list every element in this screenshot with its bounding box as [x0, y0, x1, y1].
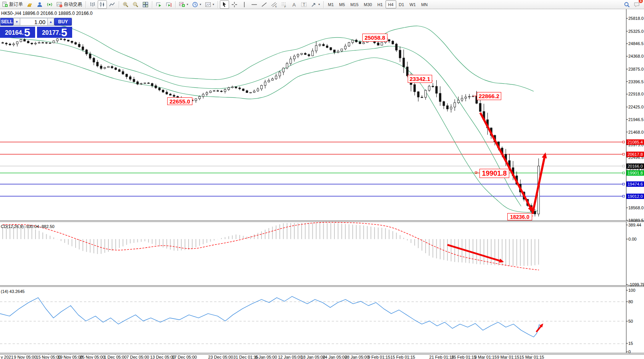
time-label: 19 Nov 05:00	[58, 355, 82, 359]
chat-button[interactable]: 1	[632, 0, 641, 9]
search-button[interactable]	[622, 0, 631, 9]
gold-bar-button[interactable]	[25, 0, 34, 9]
channel-button[interactable]: E	[270, 0, 279, 9]
trendline-button[interactable]	[260, 0, 269, 9]
price-tick: 25325.0	[628, 29, 644, 34]
cursor-button[interactable]	[220, 0, 229, 9]
vertical-line-icon	[241, 2, 247, 8]
time-label: 25 Nov 05:00	[80, 355, 105, 359]
templates-icon	[205, 2, 211, 8]
chart-canvas[interactable]	[0, 0, 644, 359]
zoom-in-icon	[123, 2, 129, 8]
text-button[interactable]: A	[289, 0, 299, 9]
volume-field[interactable]: 1.00	[20, 18, 47, 26]
price-tag: 19474.6	[626, 181, 644, 187]
buy-price[interactable]: 20177.5	[37, 27, 72, 38]
community-button[interactable]	[35, 0, 44, 9]
price-tick: 21946.5	[628, 117, 644, 122]
timeframe-M5[interactable]: M5	[336, 0, 347, 8]
buy-button[interactable]: BUY	[54, 18, 72, 26]
pane-separator-macd[interactable]	[0, 220, 644, 222]
zoom-out-icon	[132, 2, 139, 8]
pane-separator-bottom	[0, 353, 644, 354]
svg-text:F: F	[284, 5, 286, 8]
trendline-icon	[261, 2, 267, 8]
chart-annotation[interactable]: 22655.0	[167, 97, 192, 105]
new-order-label: 新订单	[9, 1, 23, 8]
periods-icon	[192, 2, 198, 8]
templates-dropdown-caret[interactable]: ▾	[213, 3, 214, 6]
auto-scroll-icon	[156, 2, 162, 8]
text-icon: A	[291, 2, 297, 8]
timeframe-MN[interactable]: MN	[418, 0, 430, 8]
community-icon	[37, 2, 43, 8]
time-label: 6 Jan 05:00	[255, 355, 277, 359]
tile-windows-icon	[142, 2, 148, 8]
price-tick: 22918.0	[628, 92, 644, 96]
horizontal-line-button[interactable]	[250, 0, 259, 9]
templates-button[interactable]: ▾	[203, 0, 216, 9]
rsi-label: (14) 43.2645	[1, 289, 24, 294]
vertical-line-button[interactable]	[240, 0, 249, 9]
line-chart-button[interactable]	[108, 0, 117, 9]
cursor-icon	[221, 2, 228, 8]
timeframe-M15[interactable]: M15	[348, 0, 361, 8]
zoom-in-button[interactable]	[121, 0, 130, 9]
volume-increase-button[interactable]: ▲	[47, 18, 54, 26]
timeframe-M30[interactable]: M30	[361, 0, 374, 8]
line-chart-icon	[109, 2, 115, 8]
timeframe-M1[interactable]: M1	[325, 0, 336, 8]
rsi-axis-label: 15	[628, 341, 633, 346]
candlestick-chart-button[interactable]	[98, 0, 107, 9]
periods-button[interactable]: ▾	[190, 0, 203, 9]
timeframe-W1[interactable]: W1	[407, 0, 419, 8]
fibonacci-icon: F	[281, 2, 287, 8]
candlestick-chart-icon	[99, 2, 105, 8]
time-label: 18 Jan 05:00	[301, 355, 325, 359]
periods-dropdown-caret[interactable]: ▾	[200, 3, 201, 6]
timeframe-H1[interactable]: H1	[374, 0, 385, 8]
chart-annotation[interactable]: 25058.8	[362, 34, 387, 42]
time-label: 9 Nov 05:00	[14, 355, 36, 359]
time-label: 15 Feb 01:15	[391, 355, 415, 359]
rsi-axis-label: 100	[628, 288, 635, 293]
time-label: 13 Dec 05:00	[150, 355, 175, 359]
timeframe-H4[interactable]: H4	[386, 0, 396, 8]
price-tick: 24368.0	[628, 54, 644, 58]
chart-annotation[interactable]: 18236.0	[507, 213, 532, 220]
auto-scroll-button[interactable]	[154, 0, 163, 9]
pane-separator-rsi[interactable]	[0, 285, 644, 287]
new-order-button[interactable]: 新订单	[0, 0, 24, 9]
chart-annotation[interactable]: 22866.2	[477, 92, 501, 100]
indicators-button[interactable]: ▾	[178, 0, 190, 9]
autotrade-button[interactable]: 自动交易	[55, 0, 84, 9]
time-label: 23 Dec 05:00	[208, 355, 233, 359]
macd-axis-label: 389.44	[628, 223, 641, 227]
one-click-trade-panel: SELL ▼ 1.00 ▲ BUY 20164.5 20177.5	[0, 17, 72, 38]
volume-decrease-button[interactable]: ▼	[13, 18, 20, 26]
fibonacci-button[interactable]: F	[279, 0, 289, 9]
sell-button[interactable]: SELL	[0, 18, 13, 26]
time-label: v 2021	[1, 355, 13, 359]
horizontal-line-icon	[251, 2, 257, 8]
shapes-button[interactable]: ▾	[309, 0, 321, 9]
time-label: 28 Jan 05:00	[345, 355, 369, 359]
chart-annotation[interactable]: 19901.8	[479, 169, 509, 178]
macd-axis-label: 0.00	[628, 237, 636, 241]
chart-shift-button[interactable]	[164, 0, 173, 9]
sell-price[interactable]: 20164.5	[0, 27, 35, 38]
svg-text:T: T	[303, 2, 305, 7]
tile-windows-button[interactable]	[141, 0, 150, 9]
timeframe-D1[interactable]: D1	[396, 0, 407, 8]
indicators-dropdown-caret[interactable]: ▾	[187, 3, 188, 6]
chart-annotation[interactable]: 23342.1	[408, 75, 432, 83]
chart-title: HK50-,H4 18896.0 20166.0 18885.0 20166.0	[1, 11, 93, 16]
text-label-button[interactable]: T	[299, 0, 308, 9]
shapes-dropdown-caret[interactable]: ▾	[318, 3, 320, 6]
crosshair-button[interactable]	[230, 0, 239, 9]
macd-axis-label: -1099.78	[628, 282, 644, 287]
signals-button[interactable]	[45, 0, 54, 9]
rsi-axis-label: 50	[628, 319, 633, 323]
bar-chart-button[interactable]	[88, 0, 97, 9]
zoom-out-button[interactable]	[131, 0, 140, 9]
